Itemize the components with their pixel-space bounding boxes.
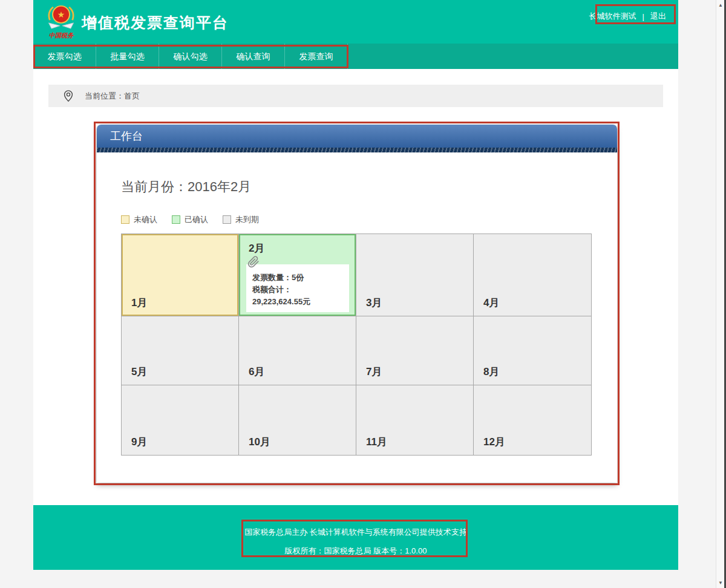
- legend-swatch-not-due: [223, 215, 231, 224]
- panel-title: 工作台: [110, 130, 143, 142]
- nav-tab-invoice-query[interactable]: 发票查询: [285, 44, 348, 69]
- page-content: ★ 中国税务 增值税发票查询平台 长城软件测试 | 退出 发票勾选 批量勾选 确…: [33, 0, 678, 570]
- app-footer: 国家税务总局主办 长城计算机软件与系统有限公司提供技术支持 版权所有：国家税务总…: [33, 505, 678, 570]
- calendar-cell-m12[interactable]: 12月: [474, 385, 591, 455]
- calendar-cell-m7[interactable]: 7月: [356, 316, 474, 385]
- current-month-heading: 当前月份：2016年2月: [97, 152, 617, 196]
- logout-link[interactable]: 退出: [650, 11, 666, 22]
- legend-label: 未到期: [235, 214, 259, 225]
- panel-stitch-border: [97, 148, 617, 152]
- calendar-cell-m2[interactable]: 2月 发票数量：5份 税额合计： 29,223,624.55元: [239, 234, 356, 316]
- page-main: 当前位置：首页 工作台 当前月份：2016年2月 未确认: [33, 69, 678, 505]
- month-label: 9月: [131, 435, 147, 449]
- month-label: 12月: [483, 435, 505, 449]
- main-nav: 发票勾选 批量勾选 确认勾选 确认查询 发票查询: [33, 44, 678, 69]
- page-title: 增值税发票查询平台: [82, 13, 229, 33]
- month-label: 11月: [366, 435, 387, 449]
- nav-tab-batch-select[interactable]: 批量勾选: [96, 44, 159, 69]
- nav-tab-invoice-select[interactable]: 发票勾选: [33, 44, 96, 69]
- legend-item-not-due: 未到期: [223, 214, 259, 225]
- invoice-count: 发票数量：5份: [252, 272, 344, 284]
- panel-title-bar: 工作台: [97, 125, 617, 148]
- header-user-links: 长城软件测试 | 退出: [589, 11, 666, 22]
- calendar-cell-m4[interactable]: 4月: [474, 234, 591, 316]
- month-label: 4月: [483, 296, 499, 310]
- paperclip-icon: [247, 256, 260, 268]
- month-label: 10月: [249, 435, 270, 449]
- calendar-cell-m9[interactable]: 9月: [122, 385, 239, 455]
- calendar-cell-m8[interactable]: 8月: [474, 316, 591, 385]
- breadcrumb: 当前位置：首页: [48, 85, 663, 107]
- tax-total-value: 29,223,624.55元: [252, 296, 344, 308]
- legend-swatch-confirmed: [172, 215, 180, 224]
- calendar-cell-m3[interactable]: 3月: [356, 234, 474, 316]
- browser-viewport: ★ 中国税务 增值税发票查询平台 长城软件测试 | 退出 发票勾选 批量勾选 确…: [0, 0, 726, 588]
- legend-item-unconfirmed: 未确认: [121, 214, 157, 225]
- legend-label: 已确认: [185, 214, 208, 225]
- star-icon: ★: [57, 10, 65, 19]
- calendar-cell-m10[interactable]: 10月: [239, 385, 356, 455]
- app-header: ★ 中国税务 增值税发票查询平台 长城软件测试 | 退出: [33, 0, 678, 44]
- calendar-cell-m1[interactable]: 1月: [122, 234, 239, 316]
- month-label: 3月: [366, 296, 382, 310]
- legend-swatch-unconfirmed: [121, 215, 129, 224]
- calendar-cell-m11[interactable]: 11月: [356, 385, 474, 455]
- scrollbar-down-arrow[interactable]: ▼: [716, 580, 725, 586]
- calendar-cell-m6[interactable]: 6月: [239, 316, 356, 385]
- legend-label: 未确认: [134, 214, 157, 225]
- month-calendar: 1月 2月 发票数量：5份 税额合计： 29,223,624.55元: [121, 234, 592, 456]
- user-name-link[interactable]: 长城软件测试: [589, 11, 636, 22]
- month-label: 5月: [131, 365, 147, 379]
- legend-item-confirmed: 已确认: [172, 214, 208, 225]
- month-label: 7月: [366, 365, 382, 379]
- month-label: 2月: [249, 241, 264, 255]
- footer-line2: 版权所有：国家税务总局 版本号：1.0.00: [33, 546, 678, 557]
- nav-tab-confirm-select[interactable]: 确认勾选: [159, 44, 222, 69]
- logo-text: 中国税务: [49, 32, 75, 39]
- footer-line1: 国家税务总局主办 长城计算机软件与系统有限公司提供技术支持: [33, 505, 678, 538]
- panel-body: 当前月份：2016年2月 未确认 已确认 未到期: [97, 152, 617, 483]
- nav-tab-confirm-query[interactable]: 确认查询: [222, 44, 285, 69]
- breadcrumb-text: 当前位置：首页: [85, 91, 140, 102]
- links-divider: |: [643, 12, 644, 21]
- scrollbar-up-arrow[interactable]: ▲: [716, 2, 725, 8]
- tax-total-label: 税额合计：: [252, 284, 344, 296]
- month-label: 6月: [249, 365, 264, 379]
- month-invoice-summary: 发票数量：5份 税额合计： 29,223,624.55元: [246, 264, 349, 312]
- calendar-cell-m5[interactable]: 5月: [122, 316, 239, 385]
- month-label: 1月: [131, 296, 147, 310]
- month-label: 8月: [483, 365, 499, 379]
- workbench-panel: 工作台 当前月份：2016年2月 未确认 已确认: [97, 125, 617, 483]
- location-pin-icon: [62, 90, 75, 103]
- vertical-scrollbar[interactable]: ▲ ▼: [716, 0, 724, 588]
- status-legend: 未确认 已确认 未到期: [121, 214, 617, 225]
- tax-emblem-logo: ★ 中国税务: [44, 2, 78, 41]
